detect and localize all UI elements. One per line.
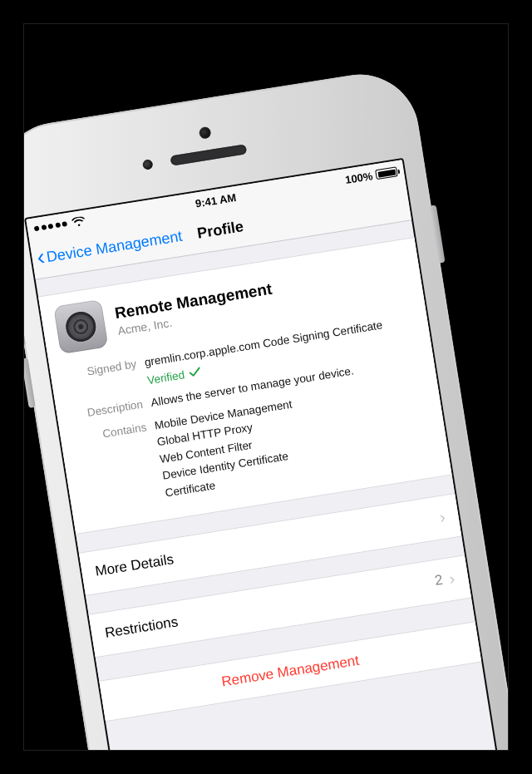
earpiece-speaker bbox=[170, 144, 247, 165]
description-label: Description bbox=[69, 396, 144, 423]
volume-down-button bbox=[24, 357, 36, 408]
iphone-device-mockup: 9:41 AM 100% ‹ Device Management Profile bbox=[24, 66, 508, 750]
verified-label: Verified bbox=[146, 367, 186, 388]
volume-up-button bbox=[24, 296, 26, 347]
signed-by-label: Signed by bbox=[63, 356, 140, 401]
profile-card: Remote Management Acme, Inc. Signed by g… bbox=[38, 237, 452, 535]
proximity-sensor bbox=[142, 159, 154, 170]
checkmark-icon bbox=[188, 363, 202, 382]
restrictions-label: Restrictions bbox=[104, 614, 180, 642]
chevron-right-icon: › bbox=[438, 507, 446, 527]
image-frame: 9:41 AM 100% ‹ Device Management Profile bbox=[23, 23, 509, 751]
more-details-label: More Details bbox=[94, 551, 175, 580]
chevron-right-icon: › bbox=[448, 569, 456, 589]
profile-app-icon bbox=[53, 298, 108, 353]
contains-label: Contains bbox=[73, 419, 159, 515]
power-button bbox=[430, 205, 446, 263]
remove-management-label: Remove Management bbox=[220, 652, 360, 690]
restrictions-count: 2 bbox=[434, 571, 444, 589]
settings-content: Remote Management Acme, Inc. Signed by g… bbox=[38, 237, 481, 722]
gear-icon bbox=[64, 309, 98, 343]
stage: 9:41 AM 100% ‹ Device Management Profile bbox=[24, 24, 508, 750]
front-camera bbox=[199, 126, 212, 139]
